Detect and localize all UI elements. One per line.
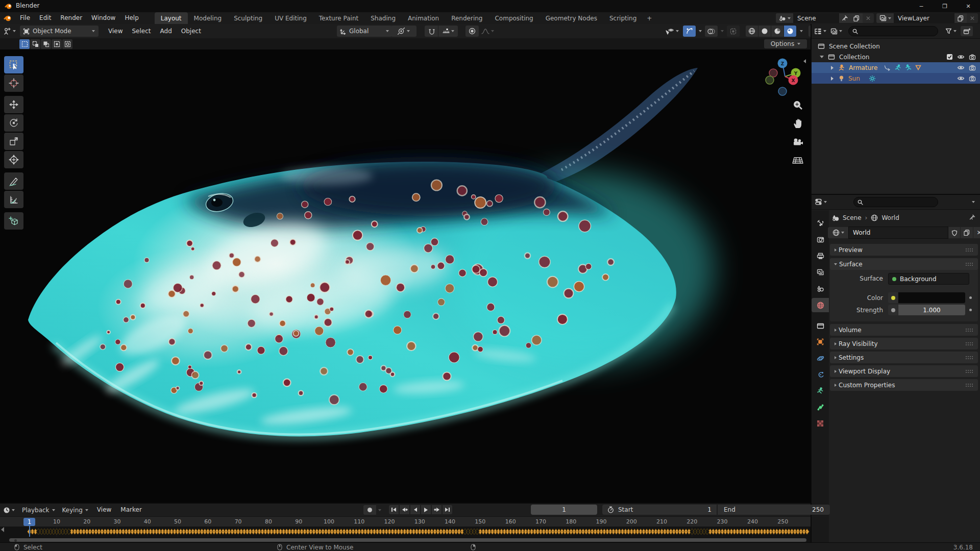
current-frame-indicator[interactable]: 1	[23, 518, 35, 526]
breadcrumb-scene[interactable]: Scene	[843, 214, 862, 221]
select-mode-intersect[interactable]	[62, 39, 72, 49]
timeline-editor-type-button[interactable]	[3, 507, 15, 514]
region-expand-arrow[interactable]	[1, 527, 4, 532]
color-swatch[interactable]	[898, 292, 965, 303]
disable-camera-icon[interactable]	[969, 76, 976, 82]
unlink-icon[interactable]: ✕	[863, 13, 874, 23]
tab-rendering[interactable]: Rendering	[445, 12, 488, 24]
panel-volume[interactable]: Volume	[830, 324, 978, 336]
tab-bone[interactable]	[812, 400, 829, 414]
shading-material-button[interactable]	[771, 26, 783, 37]
axis-y-neg-handle[interactable]	[766, 76, 774, 84]
select-mode-set[interactable]	[19, 39, 30, 49]
world-name-field[interactable]: World	[848, 227, 948, 239]
play-button[interactable]	[421, 505, 431, 514]
tab-layout[interactable]: Layout	[155, 12, 188, 24]
menu-keying[interactable]: Keying	[60, 507, 90, 514]
pivot-point-dropdown[interactable]	[391, 26, 416, 37]
disable-camera-icon[interactable]	[969, 54, 976, 60]
tool-annotate[interactable]	[4, 172, 23, 190]
timeline-ruler[interactable]: 1 10203040506070809010011012013014015016…	[0, 516, 811, 527]
select-mode-subtract[interactable]	[41, 39, 51, 49]
navigation-gizmo[interactable]: Z Y X	[761, 52, 810, 103]
selectability-dropdown[interactable]	[666, 28, 679, 35]
tab-sculpting[interactable]: Sculpting	[228, 12, 268, 24]
tab-animation[interactable]: Animation	[402, 12, 445, 24]
panel-ray-visibility[interactable]: Ray Visibility	[830, 338, 978, 349]
copy-icon[interactable]	[954, 13, 967, 23]
outliner-row-armature[interactable]: Armature	[812, 62, 980, 73]
tab-tool[interactable]	[812, 216, 829, 231]
tool-transform[interactable]	[4, 151, 23, 168]
copy-icon[interactable]	[961, 227, 973, 238]
world-browse-dropdown[interactable]	[828, 227, 848, 238]
playhead[interactable]	[29, 525, 30, 538]
menu-playback[interactable]: Playback	[20, 504, 57, 516]
outliner-row-collection[interactable]: Collection	[812, 52, 980, 62]
snap-toggle[interactable]	[425, 26, 438, 37]
scene-name[interactable]: Scene	[793, 13, 839, 23]
tab-constraints[interactable]	[812, 367, 829, 382]
strength-socket-button[interactable]	[888, 305, 898, 315]
editor-type-button[interactable]	[3, 28, 16, 35]
tab-scene[interactable]	[812, 282, 829, 296]
disclosure-collapsed-icon[interactable]	[831, 66, 834, 70]
tab-render[interactable]	[812, 233, 829, 247]
panel-drag-handle[interactable]	[966, 356, 967, 357]
panel-settings[interactable]: Settings	[830, 352, 978, 363]
animate-strength-dot[interactable]	[969, 309, 972, 311]
viewlayer-name[interactable]: ViewLayer	[894, 13, 954, 23]
fake-user-shield-icon[interactable]	[948, 227, 960, 238]
copy-icon[interactable]	[850, 13, 863, 23]
scene-selector[interactable]: Scene ✕	[776, 13, 874, 23]
panel-drag-handle[interactable]	[966, 384, 967, 385]
maximize-button[interactable]: ❐	[933, 0, 957, 12]
viewport-canvas[interactable]	[0, 49, 811, 503]
menu-add[interactable]: Add	[156, 24, 177, 38]
jump-to-start-button[interactable]	[389, 505, 399, 514]
panel-drag-handle[interactable]	[966, 329, 967, 330]
tool-scale[interactable]	[4, 133, 23, 150]
tab-view-layer[interactable]	[812, 265, 829, 280]
remove-icon[interactable]: ✕	[967, 13, 978, 23]
menu-view[interactable]: View	[104, 24, 127, 38]
panel-drag-handle[interactable]	[966, 370, 967, 371]
tab-geometry-nodes[interactable]: Geometry Nodes	[540, 12, 603, 24]
menu-object[interactable]: Object	[177, 24, 206, 38]
timeline-keyframe-area[interactable]	[0, 527, 811, 537]
breadcrumb-world[interactable]: World	[881, 214, 899, 221]
panel-drag-handle[interactable]	[966, 263, 967, 264]
properties-search-input[interactable]	[853, 197, 938, 207]
outliner-editor-type-button[interactable]	[814, 28, 826, 35]
tool-add-cube[interactable]	[4, 212, 23, 230]
unlink-world-button[interactable]: ✕	[973, 227, 980, 238]
previous-frame-button[interactable]	[410, 505, 420, 514]
auto-keying-record-button[interactable]	[363, 505, 376, 515]
tool-rotate[interactable]	[4, 114, 23, 132]
new-collection-button[interactable]	[961, 26, 973, 36]
strength-value-field[interactable]: 1.000	[898, 305, 965, 315]
tab-uv-editing[interactable]: UV Editing	[268, 12, 313, 24]
add-workspace-button[interactable]: +	[643, 12, 656, 24]
shading-wireframe-button[interactable]	[746, 26, 758, 37]
stingray-model[interactable]	[28, 68, 715, 436]
falloff-dropdown[interactable]	[481, 28, 494, 35]
menu-select[interactable]: Select	[127, 24, 155, 38]
snap-to-dropdown[interactable]	[438, 26, 458, 37]
tab-texture-paint[interactable]: Texture Paint	[313, 12, 364, 24]
panel-drag-handle[interactable]	[966, 248, 967, 249]
hide-eye-icon[interactable]	[957, 54, 965, 60]
pin-icon[interactable]	[839, 13, 850, 23]
disclosure-expanded-icon[interactable]	[820, 56, 824, 58]
outliner-search-input[interactable]	[848, 26, 938, 36]
menu-window[interactable]: Window	[87, 12, 120, 24]
show-gizmo-toggle[interactable]	[683, 26, 696, 37]
outliner-filter-dropdown[interactable]	[945, 28, 957, 34]
camera-view-button[interactable]	[792, 136, 803, 147]
color-socket-button[interactable]	[888, 292, 898, 303]
minimize-button[interactable]: ─	[910, 0, 933, 12]
show-overlays-toggle[interactable]	[705, 26, 718, 37]
menu-view[interactable]: View	[92, 504, 116, 516]
tool-select-box[interactable]	[4, 56, 23, 73]
animate-color-dot[interactable]	[969, 296, 972, 299]
